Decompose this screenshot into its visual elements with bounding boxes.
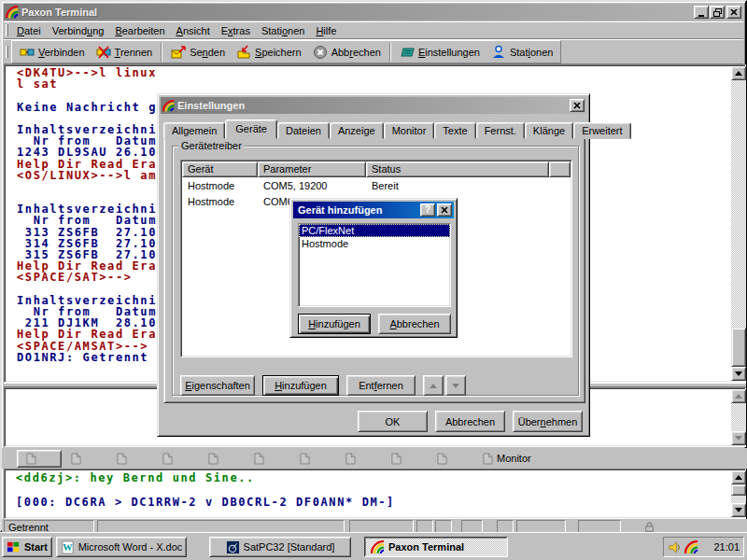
help-button[interactable]: ? (420, 203, 435, 217)
volume-icon[interactable] (668, 540, 682, 554)
scroll-down-button[interactable] (731, 503, 746, 517)
toolbar: Verbinden Trennen Senden Speichern (4, 39, 743, 64)
menu-bearbeiten[interactable]: Bearbeiten (109, 23, 170, 38)
tab-monitor[interactable]: Monitor (474, 450, 531, 468)
menu-extras[interactable]: Extras (216, 23, 256, 38)
scrollbar-thumb[interactable] (731, 484, 746, 496)
channel-tab[interactable] (337, 450, 382, 468)
cell-parameter: COM5, 19200 (259, 179, 367, 194)
channel-tab[interactable] (246, 450, 290, 468)
tab-fernst[interactable]: Fernst. (476, 122, 525, 139)
menu-stationen[interactable]: Stationen (256, 23, 311, 38)
channel-tab[interactable] (63, 450, 107, 468)
word-icon: W (61, 540, 75, 554)
document-icon (391, 453, 402, 465)
channel-tab[interactable] (291, 450, 336, 468)
scroll-down-button[interactable] (731, 431, 746, 445)
tab-texte[interactable]: Texte (434, 122, 475, 139)
stationen-button[interactable]: Stationen (486, 42, 559, 63)
cancel-button[interactable]: Abbrechen (435, 411, 505, 432)
column-parameter[interactable]: Parameter (258, 161, 366, 177)
move-down-button[interactable] (445, 375, 466, 396)
menu-hilfe[interactable]: Hilfe (310, 23, 342, 38)
menu-verbindung[interactable]: Verbindung (47, 23, 110, 38)
tab-monitor[interactable]: Monitor (384, 122, 435, 139)
hinzufuegen-button[interactable]: Hinzufügen (262, 375, 339, 396)
eigenschaften-button[interactable]: Eigenschaften (180, 375, 255, 396)
paxon-task-icon (371, 540, 385, 554)
paxon-tray-icon[interactable] (684, 540, 698, 554)
tab-anzeige[interactable]: Anzeige (330, 122, 384, 139)
channel-tab[interactable] (108, 450, 153, 468)
arrow-down-icon (735, 508, 742, 512)
channel-tab[interactable] (383, 450, 428, 468)
channel-tab[interactable] (200, 450, 245, 468)
task-word[interactable]: W Microsoft Word - X.doc (56, 537, 187, 557)
column-geraet[interactable]: Gerät (182, 161, 258, 177)
status-panel (578, 520, 621, 533)
speichern-button[interactable]: Speichern (231, 42, 307, 63)
status-panel (416, 520, 433, 533)
abbrechen-button[interactable]: Abbrechen (307, 42, 387, 63)
add-cancel-button[interactable]: Abbrechen (378, 314, 451, 334)
start-button[interactable]: Start (2, 537, 52, 557)
menu-datei[interactable]: Datei (11, 23, 47, 38)
table-row[interactable]: Hostmode COM5, 19200 Bereit (183, 179, 570, 194)
list-item-hostmode[interactable]: Hostmode (299, 237, 450, 250)
restore-button[interactable] (710, 6, 725, 19)
entfernen-button[interactable]: Entfernen (346, 375, 416, 396)
device-type-list[interactable]: PC/FlexNet Hostmode (298, 223, 451, 307)
close-button[interactable] (726, 6, 741, 19)
receive-scrollbar[interactable] (731, 66, 746, 381)
senden-label: Senden (190, 47, 225, 58)
satpc32-icon (226, 540, 240, 554)
add-confirm-button[interactable]: Hinzufügen (298, 314, 371, 334)
ok-button[interactable]: OK (358, 411, 428, 432)
scrollbar-thumb[interactable] (731, 328, 746, 367)
input-scrollbar[interactable] (731, 389, 746, 445)
settings-dialog-titlebar[interactable]: Einstellungen (161, 97, 586, 114)
channel-tab[interactable] (429, 450, 473, 468)
document-icon (71, 453, 81, 465)
menubar-grip[interactable] (6, 24, 8, 36)
scroll-up-button[interactable] (731, 470, 746, 484)
move-up-button[interactable] (423, 375, 444, 396)
tab-geraete[interactable]: Geräte (225, 119, 277, 139)
add-device-titlebar[interactable]: Gerät hinzufügen ? (293, 202, 454, 218)
task-satpc32[interactable]: SatPC32 [Standard] (209, 537, 351, 557)
monitor-scrollbar[interactable] (731, 470, 746, 517)
senden-button[interactable]: Senden (165, 42, 231, 63)
task-paxon-terminal[interactable]: Paxon Terminal (364, 537, 508, 557)
apply-button[interactable]: Übernehmen (513, 411, 583, 432)
scroll-down-button[interactable] (731, 367, 746, 381)
document-icon (162, 453, 173, 465)
tab-klaenge[interactable]: Klänge (525, 122, 573, 139)
menu-ansicht[interactable]: Ansicht (171, 23, 216, 38)
status-lock-icon (644, 522, 655, 532)
tab-dateien[interactable]: Dateien (277, 122, 330, 139)
tab-erweitert[interactable]: Erweitert (573, 122, 630, 139)
minimize-button[interactable] (694, 6, 709, 19)
scroll-up-button[interactable] (731, 66, 746, 80)
channel-tab[interactable] (17, 450, 62, 468)
settings-close-button[interactable] (570, 99, 585, 112)
arrow-up-icon (430, 384, 437, 388)
arrow-down-icon (735, 436, 742, 441)
arrow-up-icon (735, 394, 742, 399)
list-item-pcflexnet[interactable]: PC/FlexNet (299, 224, 450, 237)
column-status[interactable]: Status (366, 161, 549, 177)
document-icon (117, 453, 127, 465)
taskbar-clock[interactable]: 21:01 (713, 541, 740, 553)
toolbar-grip[interactable] (6, 46, 8, 58)
channel-tab[interactable] (154, 450, 199, 468)
scroll-up-button[interactable] (731, 389, 746, 403)
tab-allgemein[interactable]: Allgemein (163, 122, 225, 139)
trennen-button[interactable]: Trennen (91, 42, 159, 63)
window-titlebar[interactable]: Paxon Terminal (4, 4, 743, 21)
arrow-up-icon (735, 475, 742, 480)
verbinden-button[interactable]: Verbinden (14, 42, 91, 63)
monitor-area[interactable]: <dd6zj>: hey Bernd und Sine..[000: DC6RA… (4, 469, 746, 519)
einstellungen-button[interactable]: Einstellungen (394, 42, 486, 63)
monitor-tab-label: Monitor (497, 453, 531, 464)
add-device-close-button[interactable] (437, 203, 452, 217)
